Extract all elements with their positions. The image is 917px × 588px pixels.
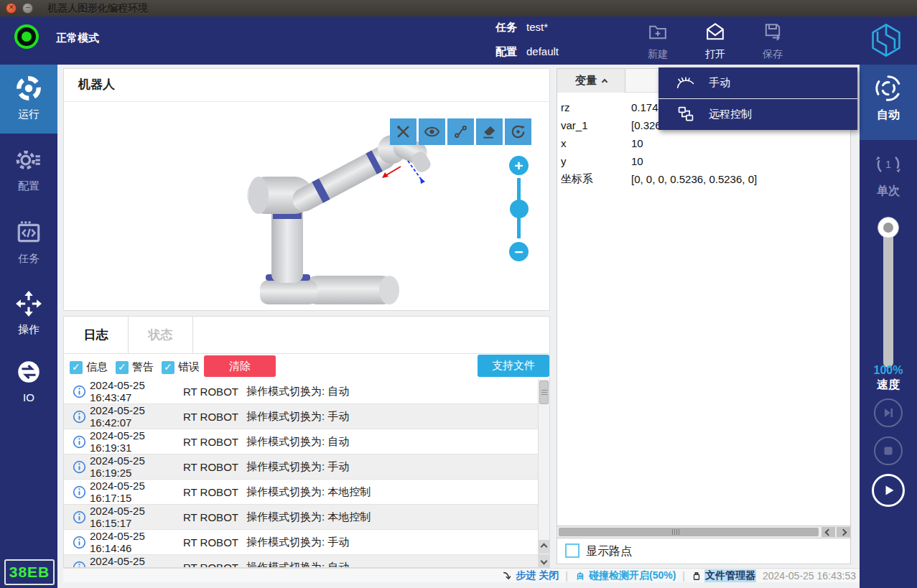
open-label: 打开 — [692, 48, 738, 61]
config-value: default — [526, 45, 559, 59]
log-message: 操作模式切换为: 本地控制 — [246, 510, 371, 524]
log-time: 2024-05-25 16:19:25 — [90, 454, 183, 479]
visibility-button[interactable] — [419, 118, 445, 145]
chevron-right-icon — [840, 528, 847, 536]
minimize-icon[interactable] — [22, 3, 33, 14]
variable-value: 10 — [631, 137, 643, 149]
log-time: 2024-05-25 16:19:31 — [90, 429, 183, 454]
menu-item-manual[interactable]: 手动 — [658, 67, 857, 98]
step-mode-status[interactable]: 步进 关闭 — [503, 569, 559, 582]
remote-mode-label: 远程控制 — [709, 108, 752, 121]
variable-value: [0.326 — [631, 119, 661, 131]
sidebar-item-config[interactable]: 配置 — [0, 136, 57, 205]
auto-swirl-icon — [873, 73, 903, 103]
single-run-button[interactable]: 1 单次 — [860, 149, 917, 199]
save-button[interactable]: 保存 — [750, 22, 796, 61]
right-sidebar: 自动 1 单次 100% 速度 — [860, 65, 917, 588]
scroll-up-button[interactable] — [539, 540, 549, 554]
sidebar-io-label: IO — [0, 391, 57, 403]
left-sidebar: 运行 配置 任务 操作 — [0, 65, 57, 588]
show-waypoints-checkbox[interactable] — [565, 543, 579, 558]
log-time: 2024-05-25 16:14:46 — [90, 530, 183, 554]
info-icon — [73, 561, 90, 569]
open-icon — [704, 22, 726, 43]
auto-mode-button[interactable]: 自动 — [860, 65, 917, 140]
log-time: 2024-05-25 16:14:26 — [90, 555, 183, 568]
log-message: 操作模式切换为: 自动 — [246, 435, 349, 449]
variable-name: y — [561, 155, 631, 167]
log-source: RT ROBOT — [183, 436, 246, 448]
log-row: 2024-05-25 16:42:07 RT ROBOT 操作模式切换为: 手动 — [64, 404, 550, 429]
log-time: 2024-05-25 16:15:17 — [90, 505, 183, 529]
open-button[interactable]: 打开 — [692, 22, 738, 61]
log-source: RT ROBOT — [183, 511, 246, 523]
tools-button[interactable] — [390, 118, 416, 145]
zoom-out-button[interactable] — [509, 242, 529, 261]
variable-name: rz — [561, 101, 631, 113]
hand-icon — [676, 75, 696, 92]
collision-status-label: 碰撞检测开启(50%) — [589, 569, 676, 582]
tab-status-label: 状态 — [149, 327, 173, 343]
sidebar-item-operate[interactable]: 操作 — [0, 280, 57, 349]
variables-tab[interactable]: 变量 — [557, 69, 625, 93]
path-button[interactable] — [447, 118, 474, 145]
variables-panel: 变量 rz 0.1745 var_1 [0.326 x 10 y 10 坐标系 … — [557, 68, 851, 564]
log-row: 2024-05-25 16:19:25 RT ROBOT 操作模式切换为: 手动 — [64, 454, 550, 480]
sidebar-item-io[interactable]: IO — [0, 348, 57, 417]
step-forward-button[interactable] — [874, 398, 903, 427]
warning-checkbox[interactable] — [116, 361, 129, 374]
hscrollbar-thumb[interactable] — [559, 528, 819, 536]
scroll-down-button[interactable] — [539, 554, 549, 568]
gear-icon — [15, 146, 42, 174]
stop-button[interactable] — [874, 437, 903, 465]
rotate-icon — [510, 123, 526, 140]
log-source: RT ROBOT — [183, 561, 246, 569]
zoom-in-button[interactable] — [509, 156, 529, 175]
file-manager-label: 文件管理器 — [704, 569, 756, 582]
error-filter-label: 错误 — [178, 360, 200, 374]
log-row: 2024-05-25 16:15:17 RT ROBOT 操作模式切换为: 本地… — [64, 505, 550, 530]
remote-control-icon — [676, 106, 696, 123]
variables-hscrollbar[interactable] — [557, 526, 850, 538]
filter-warn: 警告 — [116, 360, 154, 374]
log-scrollbar-thumb[interactable] — [539, 381, 549, 404]
scroll-right-button[interactable] — [837, 527, 850, 537]
reset-view-button[interactable] — [505, 118, 531, 145]
info-filter-label: 信息 — [86, 360, 108, 374]
filter-info: 信息 — [70, 360, 108, 374]
zoom-slider-handle[interactable] — [510, 200, 529, 218]
log-source: RT ROBOT — [183, 486, 246, 498]
play-icon — [881, 483, 895, 498]
log-scrollbar[interactable] — [538, 379, 549, 568]
clear-button[interactable]: 清除 — [204, 355, 276, 377]
menu-item-remote[interactable]: 远程控制 — [658, 98, 857, 129]
info-icon — [73, 385, 90, 398]
chevron-down-icon — [541, 558, 548, 565]
new-button[interactable]: 新建 — [635, 22, 681, 61]
new-folder-icon — [647, 22, 669, 43]
info-icon — [73, 435, 90, 449]
file-manager-button[interactable]: 文件管理器 — [692, 569, 756, 582]
error-checkbox[interactable] — [162, 361, 174, 374]
sidebar-item-run[interactable]: 运行 — [0, 65, 57, 134]
info-checkbox[interactable] — [70, 361, 83, 374]
chevron-up-icon — [541, 543, 548, 551]
scroll-left-button[interactable] — [821, 527, 835, 537]
collision-status[interactable]: 碰撞检测开启(50%) — [574, 569, 676, 582]
sidebar-item-task[interactable]: 任务 — [0, 209, 57, 278]
variable-row: x 10 — [561, 134, 848, 152]
eraser-button[interactable] — [476, 118, 503, 145]
speed-slider-track[interactable] — [883, 221, 893, 368]
tab-log[interactable]: 日志 — [64, 317, 129, 353]
play-button[interactable] — [872, 474, 905, 507]
support-file-button[interactable]: 支持文件 — [478, 355, 549, 377]
speed-value: 100% — [860, 364, 917, 377]
eraser-icon — [481, 123, 498, 140]
info-icon — [73, 510, 90, 524]
brand-logo-icon — [867, 22, 905, 59]
speed-slider-handle[interactable] — [878, 217, 899, 238]
tab-status[interactable]: 状态 — [129, 317, 193, 353]
close-icon[interactable] — [6, 3, 17, 14]
clock-timestamp: 2024-05-25 16:43:53 — [763, 570, 856, 582]
info-icon — [73, 460, 90, 474]
